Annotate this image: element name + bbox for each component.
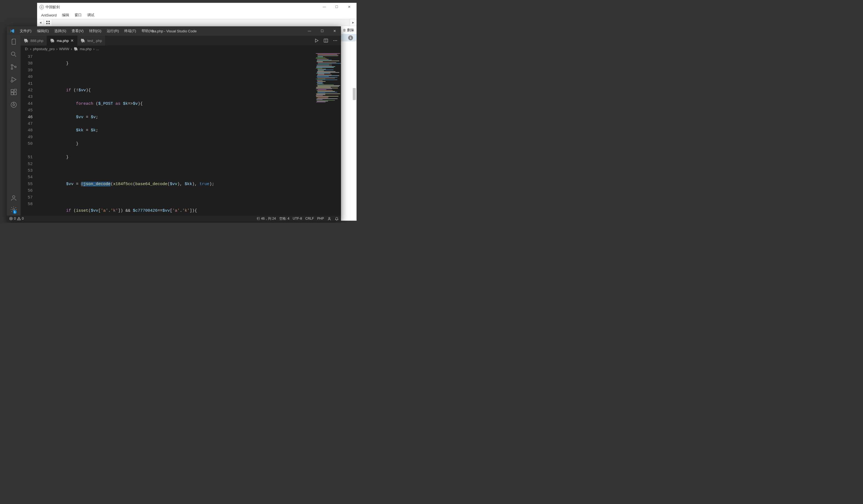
antsword-close-button[interactable]: ✕ — [343, 3, 355, 11]
vscode-window-title: ma.php - Visual Studio Code — [151, 29, 197, 33]
status-feedback-icon[interactable] — [327, 217, 332, 221]
tab-888-php[interactable]: 🐘 888.php — [21, 36, 47, 46]
vscode-titlebar[interactable]: 文件(F) 编辑(E) 选择(S) 查看(V) 转到(G) 运行(R) 终端(T… — [7, 26, 341, 36]
svg-rect-2 — [46, 23, 47, 24]
vscode-logo-icon — [10, 28, 14, 34]
svg-point-22 — [335, 40, 336, 41]
breadcrumb[interactable]: D:› phpstudy_pro› WWW› 🐘 ma.php› ... — [21, 46, 341, 52]
line-number-gutter: 3738394041424344454647484950 51525354555… — [21, 52, 37, 215]
svg-line-5 — [14, 55, 16, 56]
antsword-menubar: AntSword 编辑 窗口 调试 — [37, 11, 357, 19]
vscode-menu-go[interactable]: 转到(G) — [87, 27, 104, 35]
source-control-icon[interactable] — [10, 63, 17, 71]
antsword-tab-scroll-right[interactable]: ► — [350, 19, 357, 26]
svg-point-6 — [11, 64, 13, 66]
antsword-menu-edit[interactable]: 编辑 — [60, 12, 71, 18]
vscode-menu-run[interactable]: 运行(R) — [104, 27, 121, 35]
tab-test-php[interactable]: 🐘 test_.php — [77, 36, 105, 46]
php-icon: 🐘 — [74, 47, 78, 51]
vscode-maximize-button[interactable]: ☐ — [316, 26, 328, 36]
breadcrumb-seg[interactable]: ma.php — [80, 47, 92, 51]
antsword-tabbar: ◄ ► — [37, 19, 357, 26]
php-icon: 🐘 — [80, 38, 85, 43]
svg-rect-1 — [48, 21, 49, 22]
settings-badge: 1 — [13, 210, 17, 214]
tab-label: test_.php — [87, 39, 102, 43]
gitlens-icon[interactable] — [10, 101, 17, 109]
run-debug-icon[interactable] — [10, 76, 17, 83]
antsword-menu-window[interactable]: 窗口 — [72, 12, 84, 18]
antsword-title: 中国蚁剑 — [46, 5, 60, 10]
vscode-activitybar: 1 — [7, 36, 21, 215]
svg-point-8 — [15, 66, 16, 67]
vscode-window: 文件(F) 编辑(E) 选择(S) 查看(V) 转到(G) 运行(R) 终端(T… — [7, 26, 341, 222]
vscode-menu-terminal[interactable]: 终端(T) — [122, 27, 139, 35]
antsword-minimize-button[interactable]: — — [318, 3, 330, 11]
antsword-tab-scroll-left[interactable]: ◄ — [37, 19, 44, 26]
php-icon: 🐘 — [50, 38, 55, 43]
vscode-menu-edit[interactable]: 编辑(E) — [35, 27, 51, 35]
vscode-close-button[interactable]: ✕ — [328, 26, 341, 36]
antsword-menu-debug[interactable]: 调试 — [85, 12, 97, 18]
svg-rect-11 — [11, 92, 13, 95]
status-language[interactable]: PHP — [317, 217, 324, 220]
editor-tabbar: 🐘 888.php 🐘 ma.php ✕ 🐘 test_.php — [21, 36, 341, 46]
trash-icon: 🗑 — [343, 28, 346, 32]
svg-point-15 — [13, 104, 15, 106]
vscode-statusbar: 0 0 行 46，列 24 空格: 4 UTF-8 CRLF PHP — [7, 215, 341, 222]
antsword-menu-antsword[interactable]: AntSword — [39, 13, 59, 18]
svg-rect-3 — [48, 23, 49, 24]
vscode-minimize-button[interactable]: — — [303, 26, 316, 36]
status-cursor[interactable]: 行 46，列 24 — [257, 216, 276, 221]
status-problems[interactable]: 0 0 — [9, 217, 24, 220]
svg-point-9 — [11, 80, 13, 82]
svg-point-7 — [11, 68, 13, 70]
status-spaces[interactable]: 空格: 4 — [279, 216, 289, 221]
tab-close-icon[interactable]: ✕ — [71, 38, 74, 43]
code-editor[interactable]: 3738394041424344454647484950 51525354555… — [21, 52, 341, 215]
tab-label: 888.php — [30, 39, 43, 43]
antsword-count-badge: 1 — [348, 35, 353, 40]
svg-point-21 — [334, 40, 334, 41]
breadcrumb-seg[interactable]: D: — [25, 47, 28, 51]
settings-gear-icon[interactable]: 1 — [10, 206, 17, 213]
status-bell-icon[interactable] — [335, 217, 339, 221]
svg-point-4 — [11, 52, 15, 55]
antsword-expand-button[interactable]: ▸ — [350, 28, 355, 33]
antsword-scrollbar-thumb[interactable] — [353, 88, 356, 100]
more-actions-button[interactable] — [333, 38, 338, 43]
svg-point-23 — [336, 40, 337, 41]
vscode-menu-file[interactable]: 文件(F) — [17, 27, 34, 35]
svg-rect-12 — [14, 92, 16, 95]
svg-point-17 — [13, 196, 15, 198]
breadcrumb-seg[interactable]: ... — [96, 47, 99, 51]
tab-label: ma.php — [57, 39, 68, 43]
accounts-icon[interactable] — [10, 194, 17, 202]
tab-ma-php[interactable]: 🐘 ma.php ✕ — [47, 36, 77, 46]
vscode-menubar: 文件(F) 编辑(E) 选择(S) 查看(V) 转到(G) 运行(R) 终端(T… — [17, 27, 156, 35]
svg-rect-0 — [46, 21, 47, 22]
extensions-icon[interactable] — [10, 88, 17, 96]
status-encoding[interactable]: UTF-8 — [293, 217, 302, 220]
svg-rect-13 — [14, 89, 16, 91]
split-editor-button[interactable] — [323, 38, 328, 43]
code-content[interactable]: } if (!$vv){ foreach ($_POST as $k=>$v){… — [37, 52, 314, 215]
antsword-app-icon: ⊘ — [39, 5, 44, 9]
breadcrumb-seg[interactable]: WWW — [59, 47, 69, 51]
antsword-maximize-button[interactable]: ☐ — [330, 3, 343, 11]
breadcrumb-seg[interactable]: phpstudy_pro — [33, 47, 54, 51]
vscode-menu-selection[interactable]: 选择(S) — [52, 27, 68, 35]
vscode-menu-view[interactable]: 查看(V) — [69, 27, 86, 35]
run-button[interactable] — [314, 38, 319, 43]
minimap[interactable] — [314, 52, 341, 215]
search-icon[interactable] — [10, 50, 17, 58]
status-eol[interactable]: CRLF — [305, 217, 314, 220]
svg-point-29 — [329, 217, 330, 218]
antsword-tab-home[interactable] — [44, 19, 52, 26]
php-icon: 🐘 — [24, 38, 28, 43]
editor-area: 🐘 888.php 🐘 ma.php ✕ 🐘 test_.php — [21, 36, 341, 215]
antsword-titlebar[interactable]: ⊘ 中国蚁剑 — ☐ ✕ — [37, 3, 357, 11]
svg-rect-10 — [11, 89, 13, 92]
explorer-icon[interactable] — [10, 38, 17, 46]
